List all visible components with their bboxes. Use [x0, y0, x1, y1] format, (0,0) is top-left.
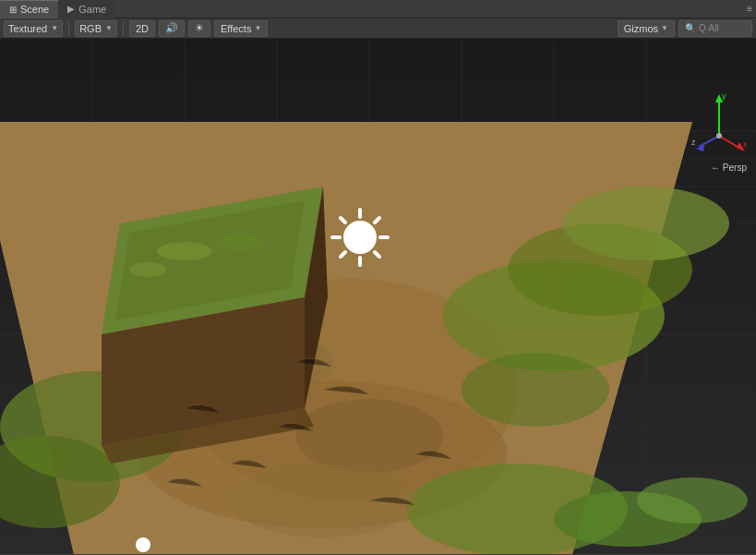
gizmo-svg: y x z: [691, 90, 747, 159]
gizmos-button[interactable]: Gizmos ▼: [618, 20, 675, 37]
toolbar: Textured ▼ RGB ▼ 2D 🔊 ☀ Effects ▼ Gizmos…: [0, 18, 756, 39]
title-bar-controls: ≡: [747, 4, 756, 14]
game-icon: ▶: [67, 4, 75, 14]
svg-text:z: z: [691, 138, 696, 147]
audio-button[interactable]: 🔊: [159, 20, 185, 37]
tab-game-label: Game: [78, 4, 106, 15]
svg-text:x: x: [743, 139, 747, 149]
svg-point-40: [637, 477, 748, 524]
separator-1: [68, 21, 69, 36]
camera-indicator: [136, 537, 150, 552]
mode-2d-button[interactable]: 2D: [129, 20, 155, 37]
title-bar-menu-icon[interactable]: ≡: [747, 4, 752, 14]
effects-arrow-icon: ▼: [254, 24, 261, 32]
svg-point-42: [343, 221, 377, 254]
search-icon: 🔍: [685, 23, 696, 33]
render-mode-dropdown[interactable]: Textured ▼: [4, 20, 63, 37]
tab-scene[interactable]: ⊞ Scene: [0, 0, 58, 18]
svg-point-60: [716, 133, 722, 139]
svg-line-57: [699, 136, 719, 147]
color-mode-arrow-icon: ▼: [105, 24, 113, 32]
scene-gizmo[interactable]: y x z ← Persp: [691, 90, 747, 173]
scene-icon: ⊞: [9, 5, 17, 15]
color-mode-label: RGB: [79, 23, 102, 34]
tab-scene-label: Scene: [20, 4, 49, 15]
color-mode-dropdown[interactable]: RGB ▼: [75, 20, 117, 37]
scene-viewport[interactable]: y x z ← Persp: [0, 39, 756, 554]
gizmos-label: Gizmos: [624, 23, 658, 34]
tab-game[interactable]: ▶ Game: [58, 0, 115, 18]
search-field[interactable]: 🔍 Q·All: [678, 20, 752, 37]
perspective-label[interactable]: ← Persp: [711, 163, 747, 173]
separator-2: [123, 21, 124, 36]
svg-text:y: y: [722, 91, 726, 101]
mode-2d-label: 2D: [136, 23, 149, 34]
effects-label: Effects: [221, 23, 251, 34]
render-mode-label: Textured: [8, 23, 47, 34]
audio-icon: 🔊: [165, 22, 178, 34]
terrain-scene: [0, 39, 756, 554]
lighting-button[interactable]: ☀: [188, 20, 210, 37]
sun-gizmo: [332, 210, 388, 265]
effects-button[interactable]: Effects ▼: [214, 20, 268, 37]
gizmos-arrow-icon: ▼: [661, 24, 668, 32]
lighting-icon: ☀: [195, 22, 204, 34]
search-placeholder: Q·All: [699, 23, 719, 33]
title-bar: ⊞ Scene ▶ Game ≡: [0, 0, 756, 18]
render-mode-arrow-icon: ▼: [51, 24, 58, 32]
svg-marker-41: [0, 122, 692, 554]
